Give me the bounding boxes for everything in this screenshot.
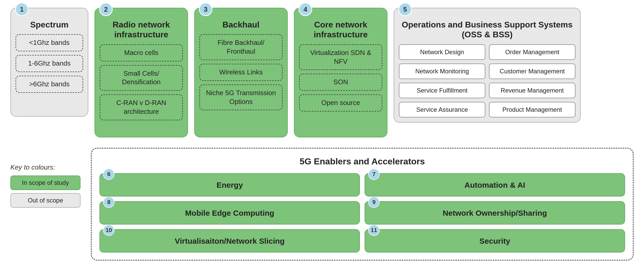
backhaul-item-3: Niche 5G Transmission Options xyxy=(199,85,283,110)
enabler-label-7: Automation & AI xyxy=(465,181,525,190)
key-legend: Key to colours: In scope of study Out of… xyxy=(10,163,81,211)
spectrum-item-3: >6Ghz bands xyxy=(16,76,83,93)
enabler-card-9: 9 Network Ownership/Sharing xyxy=(365,201,625,225)
enabler-badge-6: 6 xyxy=(103,169,115,180)
top-row: 1 Spectrum <1Ghz bands 1-6Ghz bands >6Gh… xyxy=(10,8,634,137)
spectrum-card: 1 Spectrum <1Ghz bands 1-6Ghz bands >6Gh… xyxy=(10,8,88,117)
badge-2: 2 xyxy=(99,3,113,16)
enablers-grid: 6 Energy 7 Automation & AI 8 Mobile Edge… xyxy=(99,173,625,253)
key-legend-title: Key to colours: xyxy=(10,163,81,171)
core-item-3: Open source xyxy=(299,94,382,111)
enabler-badge-9: 9 xyxy=(368,197,380,208)
enabler-label-8: Mobile Edge Computing xyxy=(185,209,274,218)
badge-1: 1 xyxy=(15,3,29,16)
spectrum-item-1: <1Ghz bands xyxy=(16,34,83,51)
enabler-card-10: 10 Virtualisaiton/Network Slicing xyxy=(99,229,360,253)
enabler-badge-8: 8 xyxy=(103,197,115,208)
oss-item-2: Network Monitoring xyxy=(399,64,485,79)
enablers-box: 5G Enablers and Accelerators 6 Energy 7 … xyxy=(91,148,634,261)
badge-5: 5 xyxy=(398,3,412,16)
backhaul-item-2: Wireless Links xyxy=(199,64,283,81)
enabler-card-7: 7 Automation & AI xyxy=(365,173,625,197)
enabler-badge-11: 11 xyxy=(368,225,380,236)
enabler-card-6: 6 Energy xyxy=(99,173,360,197)
oss-item-6: Service Assurance xyxy=(399,102,485,117)
oss-card: 5 Operations and Business Support System… xyxy=(394,8,581,123)
backhaul-item-1: Fibre Backhaul/ Fronthaul xyxy=(199,34,283,60)
spectrum-title: Spectrum xyxy=(16,20,83,30)
enabler-card-11: 11 Security xyxy=(365,229,625,253)
key-in-scope: In scope of study xyxy=(10,176,81,190)
oss-item-7: Product Management xyxy=(489,102,575,117)
badge-3: 3 xyxy=(199,3,212,16)
core-item-2: SON xyxy=(299,74,382,91)
core-item-1: Virtualization SDN & NFV xyxy=(299,44,382,70)
enabler-badge-10: 10 xyxy=(103,225,115,236)
oss-item-4: Service Fulfillment xyxy=(399,83,485,98)
oss-item-3: Customer Management xyxy=(489,64,575,79)
spectrum-item-2: 1-6Ghz bands xyxy=(16,55,83,72)
backhaul-card: 3 Backhaul Fibre Backhaul/ Fronthaul Wir… xyxy=(194,8,288,137)
radio-item-2: Small Cells/ Densification xyxy=(100,65,183,91)
oss-item-0: Network Design xyxy=(399,44,485,60)
core-title: Core network infrastructure xyxy=(299,20,382,40)
oss-item-5: Revenue Management xyxy=(489,83,575,98)
enabler-badge-7: 7 xyxy=(368,169,380,180)
enabler-label-6: Energy xyxy=(217,181,243,190)
enablers-title: 5G Enablers and Accelerators xyxy=(99,156,625,166)
radio-item-1: Macro cells xyxy=(100,44,183,61)
radio-item-3: C-RAN v D-RAN architecture xyxy=(100,94,183,120)
badge-4: 4 xyxy=(299,3,312,16)
oss-item-1: Order Management xyxy=(489,44,575,60)
radio-card: 2 Radio network infrastructure Macro cel… xyxy=(95,8,188,137)
core-card: 4 Core network infrastructure Virtualiza… xyxy=(294,8,387,137)
backhaul-title: Backhaul xyxy=(199,20,283,30)
radio-title: Radio network infrastructure xyxy=(100,20,183,40)
oss-grid: Network Design Order Management Network … xyxy=(399,44,575,117)
enabler-label-9: Network Ownership/Sharing xyxy=(443,209,547,218)
bottom-section: Key to colours: In scope of study Out of… xyxy=(10,148,634,261)
enabler-card-8: 8 Mobile Edge Computing xyxy=(99,201,360,225)
key-out-scope: Out of scope xyxy=(10,193,81,208)
oss-title: Operations and Business Support Systems … xyxy=(399,20,575,40)
enabler-label-10: Virtualisaiton/Network Slicing xyxy=(175,237,285,246)
enabler-label-11: Security xyxy=(479,237,510,246)
